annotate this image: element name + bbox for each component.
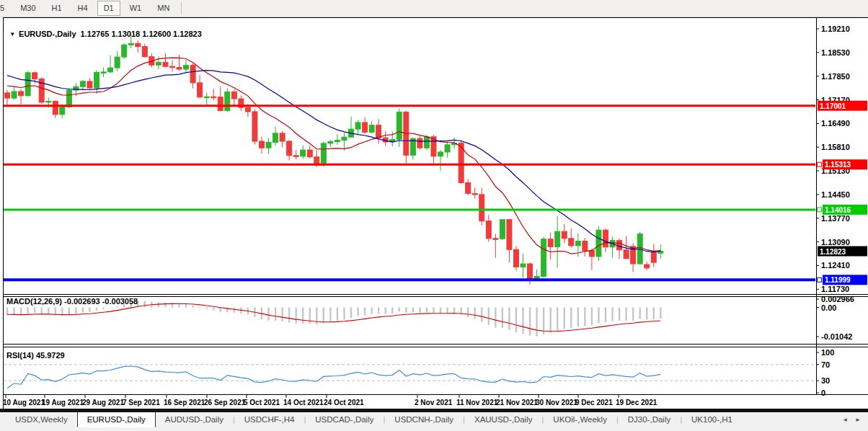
svg-text:70: 70 [821,360,830,369]
svg-text:2 Nov 2021: 2 Nov 2021 [415,399,453,406]
timeframe-button-h1[interactable]: H1 [45,1,68,16]
svg-text:0.002966: 0.002966 [821,295,854,303]
svg-text:16 Sep 2021: 16 Sep 2021 [164,399,205,406]
rsi-indicator-label: RSI(14) 45.9729 [6,351,65,360]
candles [5,33,663,285]
macd-indicator-label: MACD(12,26,9) -0.002693 -0.003058 [6,297,138,306]
chart-tabs: USDX,WeeklyEURUSD-,DailyAUDUSD-,Daily|US… [0,412,742,428]
chart-frame [0,17,868,411]
timeframe-toolbar: 5M30H1H4D1W1MN [0,0,868,17]
chart-tab-audusd-daily[interactable]: AUDUSD-,Daily [156,412,233,427]
price-line-1.15313[interactable]: 1.15313 [4,159,867,169]
chart-tab-ukoil-weekly[interactable]: UKOil-,Weekly [544,412,616,427]
svg-text:1.18530: 1.18530 [821,48,850,57]
svg-text:1.12410: 1.12410 [821,261,850,270]
chart-tab-bar: USDX,WeeklyEURUSD-,DailyAUDUSD-,Daily|US… [0,411,868,431]
svg-text:1.17850: 1.17850 [821,72,850,81]
svg-text:1.12823: 1.12823 [820,248,846,256]
svg-text:-0.01042: -0.01042 [821,332,852,341]
svg-text:19 Dec 2021: 19 Dec 2021 [616,399,657,406]
svg-text:26 Sep 2021: 26 Sep 2021 [204,399,246,406]
chart-tab-uk100-h1[interactable]: UK100-,H1 [682,412,742,427]
tab-scroll-arrows: ◄ ► [842,412,861,423]
price-line-1.14016[interactable]: 1.14016 [4,205,867,215]
timeframe-button-mn[interactable]: MN [151,1,176,16]
chart-title: ▼EURUSD-,Daily 1.12765 1.13018 1.12600 1… [5,21,202,38]
svg-text:1.11730: 1.11730 [821,285,849,293]
svg-text:1.13770: 1.13770 [821,214,850,223]
svg-text:14 Oct 2021: 14 Oct 2021 [283,399,324,406]
svg-text:1.11999: 1.11999 [825,276,851,284]
chart-title-text: EURUSD-,Daily 1.12765 1.13018 1.12600 1.… [19,30,202,38]
svg-text:10 Aug 2021: 10 Aug 2021 [3,399,45,406]
timeframe-button-h4[interactable]: H4 [71,1,94,16]
svg-text:30 Nov 2021: 30 Nov 2021 [536,399,577,406]
chart-tab-usdcnh-daily[interactable]: USDCNH-,Daily [385,412,463,427]
timeframe-button-d1[interactable]: D1 [97,1,120,16]
chart-tab-usdcad-daily[interactable]: USDCAD-,Daily [306,412,383,427]
svg-text:5 Oct 2021: 5 Oct 2021 [244,399,280,406]
timeframe-button-m30[interactable]: M30 [14,1,42,16]
chart-tab-xauusd-daily[interactable]: XAUUSD-,Daily [465,412,542,427]
svg-text:1.16490: 1.16490 [821,119,850,128]
chart-tab-dj30-daily[interactable]: DJ30-,Daily [619,412,680,427]
price-chart[interactable]: 1.192101.185301.178501.171701.164901.158… [0,0,868,431]
svg-text:11 Nov 2021: 11 Nov 2021 [456,399,498,406]
svg-text:29 Aug 2021: 29 Aug 2021 [82,399,124,406]
svg-text:1.14016: 1.14016 [825,206,851,214]
svg-text:21 Nov 2021: 21 Nov 2021 [496,399,538,406]
svg-text:19 Aug 2021: 19 Aug 2021 [42,399,84,406]
tab-scroll-left-icon[interactable]: ◄ [842,417,848,423]
svg-text:0.00: 0.00 [821,303,836,312]
svg-text:30: 30 [821,376,830,385]
svg-text:100: 100 [821,348,834,357]
moving-averages [7,58,660,254]
svg-text:1.13090: 1.13090 [821,238,850,246]
timeframe-button-w1[interactable]: W1 [123,1,149,16]
svg-text:1.17001: 1.17001 [820,102,846,110]
tab-scroll-right-icon[interactable]: ► [855,417,861,423]
rsi-panel: 10070300 [4,348,834,397]
svg-text:1.15810: 1.15810 [821,143,850,151]
chart-tab-usdx-weekly[interactable]: USDX,Weekly [6,412,77,427]
toolbar-separator [181,2,182,14]
price-line-1.11999[interactable]: 1.11999 [4,275,867,285]
svg-text:24 Oct 2021: 24 Oct 2021 [324,399,364,406]
price-line-1.17001[interactable]: 1.17001 [4,101,867,111]
chart-tab-usdchf-h4[interactable]: USDCHF-,H4 [235,412,304,427]
svg-text:9 Dec 2021: 9 Dec 2021 [575,399,613,406]
chart-collapse-icon[interactable]: ▼ [9,31,15,37]
svg-text:7 Sep 2021: 7 Sep 2021 [123,399,160,406]
svg-text:1.14450: 1.14450 [821,190,850,199]
timeframe-button-5[interactable]: 5 [0,1,11,16]
current-price-label: 1.12823 [818,246,867,257]
svg-text:1.19210: 1.19210 [821,25,850,33]
svg-text:1.15313: 1.15313 [825,161,851,169]
svg-text:0: 0 [821,388,825,397]
chart-tab-eurusd-daily[interactable]: EURUSD-,Daily [77,411,156,427]
date-axis: 10 Aug 202119 Aug 202129 Aug 20217 Sep 2… [3,395,657,406]
